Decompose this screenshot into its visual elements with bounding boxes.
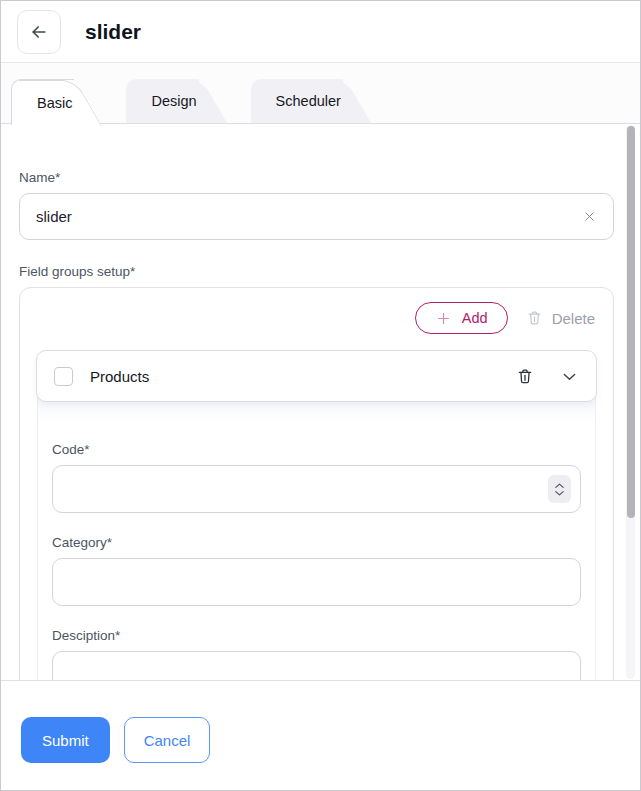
tab-basic[interactable]: Basic <box>11 79 74 125</box>
tab-design-label: Design <box>151 93 196 109</box>
name-input-value: slider <box>36 208 72 225</box>
tab-design[interactable]: Design <box>126 79 198 123</box>
add-button-label: Add <box>462 310 488 326</box>
code-label: Code* <box>52 442 581 457</box>
clear-icon[interactable] <box>582 209 597 224</box>
group-title: Products <box>90 368 149 385</box>
delete-trash-icon <box>526 309 543 327</box>
chevron-down-icon[interactable] <box>560 367 579 386</box>
scrollbar-thumb[interactable] <box>627 126 635 518</box>
group-checkbox[interactable] <box>54 367 73 386</box>
footer-bar: Submit Cancel <box>1 681 640 790</box>
tab-scheduler[interactable]: Scheduler <box>251 79 343 123</box>
code-input[interactable] <box>52 465 581 513</box>
description-input[interactable] <box>52 651 581 681</box>
category-label: Category* <box>52 535 581 550</box>
delete-button-label: Delete <box>552 310 595 327</box>
product-group-card: Products Code* <box>36 350 597 681</box>
submit-button[interactable]: Submit <box>21 717 110 763</box>
group-card-header[interactable]: Products <box>36 350 597 402</box>
back-button[interactable] <box>17 10 61 54</box>
field-groups-panel: Add Delete Products <box>19 287 614 681</box>
group-trash-icon[interactable] <box>516 367 534 386</box>
page-title: slider <box>85 20 141 44</box>
name-label: Name* <box>19 170 612 185</box>
tab-scheduler-label: Scheduler <box>276 93 341 109</box>
category-input[interactable] <box>52 558 581 606</box>
tab-bar: Basic Design Scheduler <box>1 63 640 123</box>
description-label: Desciption* <box>52 628 581 643</box>
group-card-body: Code* Category* Desciption* <box>37 392 596 681</box>
stepper-down-icon <box>554 490 565 497</box>
tab-basic-label: Basic <box>37 95 72 111</box>
plus-icon <box>435 310 452 327</box>
delete-button[interactable]: Delete <box>526 309 597 327</box>
add-button[interactable]: Add <box>415 302 508 334</box>
number-stepper[interactable] <box>548 475 571 503</box>
header-bar: slider <box>1 1 640 63</box>
arrow-left-icon <box>29 22 49 42</box>
field-groups-label: Field groups setup* <box>19 264 612 279</box>
group-toolbar: Add Delete <box>36 302 597 334</box>
name-input[interactable]: slider <box>19 193 614 240</box>
stepper-up-icon <box>554 482 565 489</box>
scrollbar-track[interactable] <box>626 125 635 679</box>
cancel-button[interactable]: Cancel <box>124 717 211 763</box>
form-scroll-area: Name* slider Field groups setup* Add Del… <box>1 123 640 681</box>
